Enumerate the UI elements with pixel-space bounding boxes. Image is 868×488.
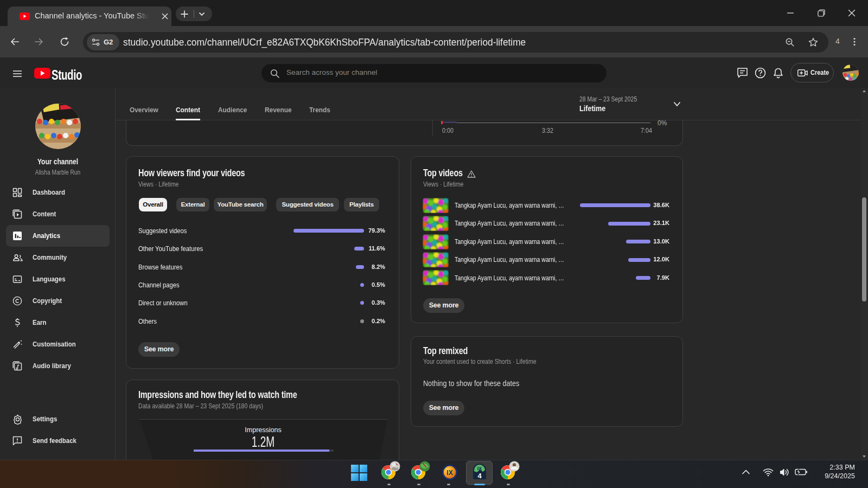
svg-text:4: 4 bbox=[477, 472, 482, 480]
svg-text:IX: IX bbox=[477, 466, 482, 471]
svg-text:IX: IX bbox=[446, 469, 452, 477]
